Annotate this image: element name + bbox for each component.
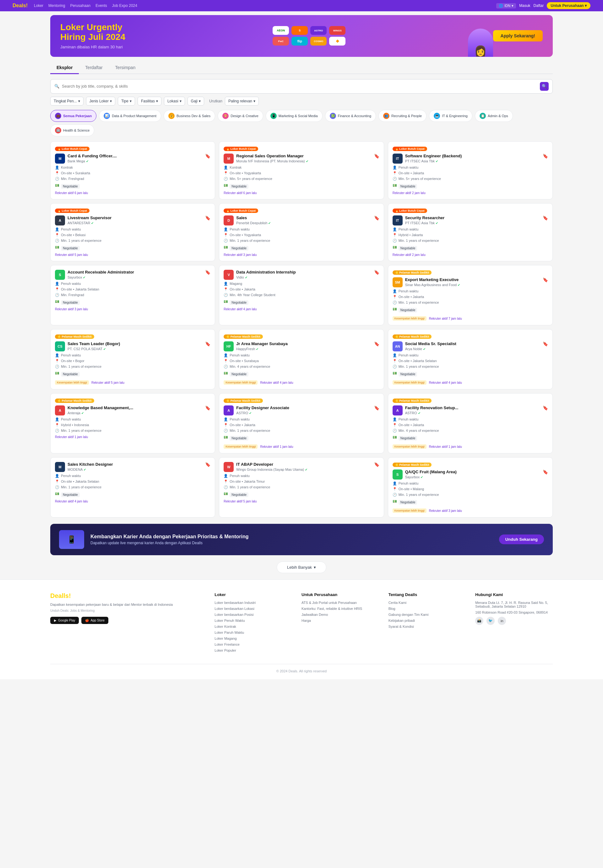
type-icon: 👤 <box>393 165 397 170</box>
job-card[interactable]: ⭐ Pelamar Masih Sedikit S QA/QC Fruit (M… <box>388 457 553 517</box>
filter-fasilitas[interactable]: Fasilitas ▾ <box>138 97 161 105</box>
footer-link[interactable]: Kebijakan pribadi <box>388 619 466 622</box>
footer-link[interactable]: Cerita Kami <box>388 601 466 604</box>
nav-link-mentoring[interactable]: Mentoring <box>48 3 65 8</box>
promo-text: Kembangkan Karier Anda dengan Pekerjaan … <box>90 534 249 545</box>
apply-button[interactable]: Apply Sekarang! <box>493 30 543 42</box>
job-card[interactable]: ⭐ Pelamar Masih Sedikit A Facility Desig… <box>219 393 384 454</box>
filter-tingkat[interactable]: Tingkat Pen... ▾ <box>50 97 83 105</box>
bookmark-button[interactable]: 🔖 <box>205 462 210 467</box>
category-marketing[interactable]: 📱 Marketing & Social Media <box>266 110 323 122</box>
footer-link[interactable]: Loker Freelance <box>215 643 292 646</box>
job-card[interactable]: W IT ABAP Developer Wings Group Indonesi… <box>219 457 384 517</box>
job-card[interactable]: 🔥 Loker Butuh Cepat M Regional Sales Ope… <box>219 141 384 199</box>
filter-lokasi[interactable]: Lokasi ▾ <box>164 97 185 105</box>
footer-link[interactable]: Harga <box>302 619 379 622</box>
bookmark-button[interactable]: 🔖 <box>543 154 548 159</box>
bookmark-button[interactable]: 🔖 <box>374 215 379 221</box>
bookmark-button[interactable]: 🔖 <box>205 215 210 221</box>
bookmark-button[interactable]: 🔖 <box>374 341 379 346</box>
bookmark-button[interactable]: 🔖 <box>543 341 548 346</box>
footer-link[interactable]: Syarat & Kondisi <box>388 625 466 629</box>
footer-link[interactable]: Loker Kontrak <box>215 625 292 629</box>
bookmark-button[interactable]: 🔖 <box>374 270 379 275</box>
search-button[interactable]: 🔍 <box>540 82 549 91</box>
footer-link[interactable]: Kantorku: Fast, reliable & intuitive HRI… <box>302 607 379 610</box>
google-play-button[interactable]: ▶ Google Play <box>50 617 79 624</box>
masuk-button[interactable]: Masuk <box>519 3 530 8</box>
job-card[interactable]: M Sales Kitchen Designer MODENA ✔ 🔖 👤 Pe… <box>50 457 215 517</box>
job-salary: 💵 Negotiable <box>224 299 379 305</box>
footer-link[interactable]: Loker Penuh Waktu <box>215 619 292 622</box>
category-finance[interactable]: 💹 Finance & Accounting <box>325 110 376 122</box>
bookmark-button[interactable]: 🔖 <box>374 462 379 467</box>
tab-tersimpan[interactable]: Tersimpan <box>109 62 142 74</box>
job-type: 👤 Penuh waktu <box>55 474 210 478</box>
filter-gaji[interactable]: Gaji ▾ <box>187 97 204 105</box>
job-card[interactable]: 🔥 Loker Butuh Cepat IT Software Engineer… <box>388 141 553 199</box>
linkedin-icon[interactable]: in <box>498 617 506 625</box>
nav-link-events[interactable]: Events <box>96 3 107 8</box>
job-card[interactable]: ⭐ Pelamar Masih Sedikit SM Export Market… <box>388 265 553 325</box>
job-card[interactable]: S Account Receivable Administrator Sayur… <box>50 265 215 325</box>
job-card[interactable]: ⭐ Pelamar Masih Sedikit AN Social Media … <box>388 329 553 389</box>
bookmark-button[interactable]: 🔖 <box>543 405 548 411</box>
category-semua[interactable]: 💼 Semua Pekerjaan <box>50 110 96 122</box>
footer-link[interactable]: Loker Paruh Waktu <box>215 630 292 634</box>
app-store-button[interactable]: 🍎 App Store <box>81 617 108 624</box>
category-recruiting[interactable]: 👥 Recruiting & People <box>379 110 427 122</box>
job-card[interactable]: ⭐ Pelamar Masih Sedikit HF Jr Area Manag… <box>219 329 384 389</box>
daftar-button[interactable]: Daftar <box>533 3 544 8</box>
footer-link[interactable]: Loker berdasarkan Lokasi <box>215 607 292 610</box>
job-card[interactable]: 🔥 Loker Butuh Cepat D Sales Penerbit Dee… <box>219 203 384 261</box>
search-input[interactable] <box>62 84 537 88</box>
category-design[interactable]: 🎨 Design & Creative <box>218 110 263 122</box>
bookmark-button[interactable]: 🔖 <box>543 470 548 474</box>
footer-link[interactable]: Loker Populer <box>215 649 292 652</box>
sort-select[interactable]: Paling relevan ▾ <box>225 97 259 105</box>
footer-link[interactable]: Blog <box>388 607 466 610</box>
bookmark-button[interactable]: 🔖 <box>205 154 210 159</box>
bookmark-button[interactable]: 🔖 <box>374 154 379 159</box>
instagram-icon[interactable]: 📸 <box>475 617 483 625</box>
language-selector[interactable]: 🌐 IDN ▾ <box>496 3 516 8</box>
job-card[interactable]: ⭐ Pelamar Masih Sedikit A Knowledge Base… <box>50 393 215 454</box>
bookmark-button[interactable]: 🔖 <box>205 270 210 275</box>
job-card[interactable]: ⭐ Pelamar Masih Sedikit CS Sales Team Le… <box>50 329 215 389</box>
nav-link-loker[interactable]: Loker <box>34 3 43 8</box>
nav-link-jobexpo[interactable]: Job Expo 2024 <box>112 3 137 8</box>
filter-tipe[interactable]: Tipe ▾ <box>118 97 135 105</box>
perusahaan-button[interactable]: Untuk Perusahaan ▾ <box>547 2 591 9</box>
bookmark-button[interactable]: 🔖 <box>205 341 210 346</box>
footer-link[interactable]: Jadwalkan Demo <box>302 613 379 616</box>
bookmark-button[interactable]: 🔖 <box>205 405 210 411</box>
promo-download-button[interactable]: Unduh Sekarang <box>499 534 544 544</box>
footer-link[interactable]: Gabung dengan Tim Kami <box>388 613 466 616</box>
category-business[interactable]: 💰 Business Dev & Sales <box>164 110 215 122</box>
footer-link[interactable]: Loker berdasarkan Posisi <box>215 613 292 616</box>
category-admin[interactable]: 📋 Admin & Ops <box>475 110 513 122</box>
job-card[interactable]: ⭐ Pelamar Masih Sedikit A Facility Renov… <box>388 393 553 454</box>
twitter-icon[interactable]: 🐦 <box>487 617 495 625</box>
company-name: PT ITSEC Asia Tbk ✔ <box>405 221 543 225</box>
footer-link[interactable]: ATS & Job Portal untuk Perusahaan <box>302 601 379 604</box>
category-data[interactable]: 📊 Data & Product Management <box>99 110 161 122</box>
category-it[interactable]: 💻 IT & Engineering <box>429 110 472 122</box>
load-more-button[interactable]: Lebih Banyak ▾ <box>277 562 326 573</box>
job-card[interactable]: V Data Administration Internship Vidio ✔… <box>219 265 384 325</box>
bookmark-button[interactable]: 🔖 <box>543 277 548 282</box>
footer-link[interactable]: Loker berdasarkan Industri <box>215 601 292 604</box>
job-card[interactable]: 🔥 Loker Butuh Cepat A Livestream Supervi… <box>50 203 215 261</box>
tab-eksplor[interactable]: Eksplor <box>50 62 79 74</box>
footer-logo: Dealls! <box>50 592 205 599</box>
bookmark-button[interactable]: 🔖 <box>543 215 548 221</box>
tab-terdaftar[interactable]: Terdaftar <box>79 62 109 74</box>
filter-jenis[interactable]: Jenis Loker ▾ <box>86 97 115 105</box>
job-card[interactable]: 🔥 Loker Butuh Cepat M Card & Funding Off… <box>50 141 215 199</box>
job-card[interactable]: 🔥 Loker Butuh Cepat IT Security Research… <box>388 203 553 261</box>
experience-icon: 🕐 <box>393 239 397 243</box>
bookmark-button[interactable]: 🔖 <box>374 405 379 411</box>
category-health[interactable]: 🏥 Health & Science <box>50 124 94 136</box>
footer-link[interactable]: Loker Magang <box>215 636 292 640</box>
nav-link-perusahaan[interactable]: Perusahaan <box>70 3 90 8</box>
